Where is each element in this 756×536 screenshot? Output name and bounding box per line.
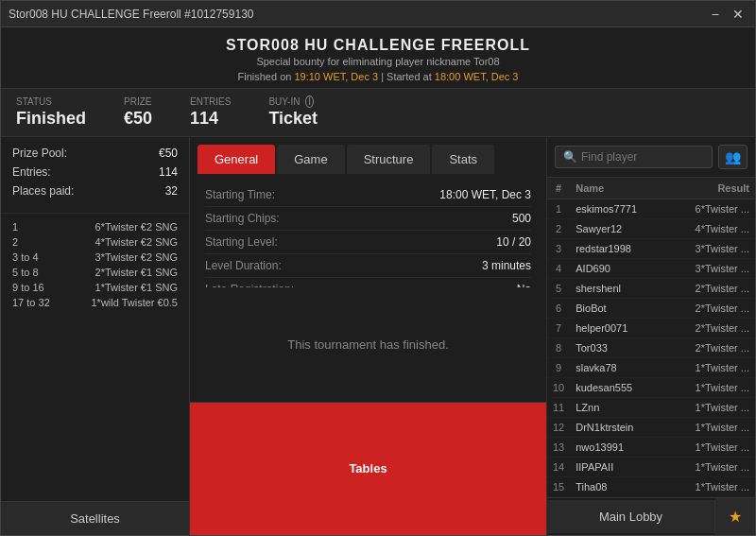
buyin-value: Ticket xyxy=(268,109,318,129)
status-item: Status Finished xyxy=(16,96,86,129)
prize-info: Prize Pool: €50 Entries: 114 Places paid… xyxy=(1,137,189,214)
title-bar: Stor008 HU CHALLENGE Freeroll #101275913… xyxy=(1,1,755,27)
tab-structure[interactable]: Structure xyxy=(347,145,431,174)
col-name: Name xyxy=(570,178,667,199)
table-row[interactable]: 7helper00712*Twister ... xyxy=(547,319,755,338)
finished-time: 19:10 WET, Dec 3 xyxy=(294,71,378,82)
info-row: Starting Chips:500 xyxy=(205,207,531,231)
satellites-button[interactable]: Satellites xyxy=(1,501,189,535)
col-result: Result xyxy=(667,178,755,199)
places-paid-label: Places paid: xyxy=(12,184,74,198)
tab-content: Starting Time:18:00 WET, Dec 3Starting C… xyxy=(190,174,546,287)
tournament-time: Finished on 19:10 WET, Dec 3 | Started a… xyxy=(1,71,755,82)
tabs: General Game Structure Stats xyxy=(190,137,546,174)
tournament-subtitle: Special bounty for eliminating player ni… xyxy=(1,56,755,67)
tables-button[interactable]: Tables xyxy=(190,402,546,535)
tab-stats[interactable]: Stats xyxy=(432,145,494,174)
place-item: 24*Twister €2 SNG xyxy=(12,234,178,250)
search-input[interactable] xyxy=(581,150,704,164)
buyin-info-icon[interactable]: i xyxy=(305,95,314,108)
places-list: 16*Twister €2 SNG24*Twister €2 SNG3 to 4… xyxy=(1,214,189,501)
favorite-button[interactable]: ★ xyxy=(715,498,755,535)
minimize-button[interactable]: − xyxy=(708,7,723,22)
player-table: # Name Result 1eskimos77716*Twister ...2… xyxy=(547,178,755,497)
table-row[interactable]: 3redstar19983*Twister ... xyxy=(547,239,755,259)
place-item: 3 to 43*Twister €2 SNG xyxy=(12,250,178,265)
places-paid-row: Places paid: 32 xyxy=(12,184,178,198)
info-row: Starting Time:18:00 WET, Dec 3 xyxy=(205,183,531,207)
prize-pool-value: €50 xyxy=(159,147,178,160)
table-row[interactable]: 9slavka781*Twister ... xyxy=(547,358,755,378)
buyin-label: Buy-in i xyxy=(268,96,318,107)
close-button[interactable]: ✕ xyxy=(729,7,747,22)
tournament-header: STOR008 HU CHALLENGE FREEROLL Special bo… xyxy=(1,27,755,89)
prize-value: €50 xyxy=(124,109,152,129)
info-row: Starting Level:10 / 20 xyxy=(205,231,531,254)
table-row[interactable]: 4AID6903*Twister ... xyxy=(547,259,755,279)
place-item: 16*Twister €2 SNG xyxy=(12,219,178,234)
table-row[interactable]: 10kudesan5551*Twister ... xyxy=(547,378,755,398)
table-row[interactable]: 11LZnn1*Twister ... xyxy=(547,398,755,418)
tab-general[interactable]: General xyxy=(198,145,275,174)
entries-value: 114 xyxy=(190,109,231,129)
tab-game[interactable]: Game xyxy=(277,145,344,174)
entries-label: Entries xyxy=(190,96,231,107)
table-row[interactable]: 8Tor0332*Twister ... xyxy=(547,338,755,358)
place-item: 5 to 82*Twister €1 SNG xyxy=(12,265,178,280)
finished-label: Finished on xyxy=(238,71,292,82)
main-lobby-button[interactable]: Main Lobby xyxy=(547,500,715,533)
main-window: Stor008 HU CHALLENGE Freeroll #101275913… xyxy=(0,0,756,536)
info-row: Late Registration:No xyxy=(205,278,531,287)
entries-label: Entries: xyxy=(12,165,51,179)
table-row[interactable]: 1eskimos77716*Twister ... xyxy=(547,199,755,219)
started-label: | Started at xyxy=(381,71,432,82)
entries-item: Entries 114 xyxy=(190,96,231,129)
table-row[interactable]: 5shershenl2*Twister ... xyxy=(547,279,755,299)
place-item: 17 to 321*wild Twister €0.5 xyxy=(12,295,178,310)
table-row[interactable]: 2Sawyer124*Twister ... xyxy=(547,219,755,239)
status-bar: Status Finished Prize €50 Entries 114 Bu… xyxy=(1,89,755,137)
finished-message: This tournament has finished. xyxy=(190,287,546,401)
tournament-title: STOR008 HU CHALLENGE FREEROLL xyxy=(1,37,755,54)
left-panel: Prize Pool: €50 Entries: 114 Places paid… xyxy=(1,137,190,535)
status-label: Status xyxy=(16,96,86,107)
col-rank: # xyxy=(547,178,570,199)
general-info: Starting Time:18:00 WET, Dec 3Starting C… xyxy=(190,174,546,287)
entries-count: 114 xyxy=(159,165,178,179)
prize-label: Prize xyxy=(124,96,152,107)
right-panel: 🔍 👥 # Name Result 1eskimos77716*Twister … xyxy=(547,137,755,535)
prize-item: Prize €50 xyxy=(124,96,152,129)
places-paid-value: 32 xyxy=(165,184,178,198)
table-row[interactable]: 13nwo139911*Twister ... xyxy=(547,438,755,458)
search-input-wrap: 🔍 xyxy=(555,146,713,168)
add-player-button[interactable]: 👥 xyxy=(718,145,747,169)
entries-row: Entries: 114 xyxy=(12,165,178,179)
info-row: Level Duration:3 minutes xyxy=(205,254,531,278)
buyin-item: Buy-in i Ticket xyxy=(268,96,318,129)
started-time: 18:00 WET, Dec 3 xyxy=(435,71,519,82)
main-content: Prize Pool: €50 Entries: 114 Places paid… xyxy=(1,137,755,535)
table-row[interactable]: 15Tiha081*Twister ... xyxy=(547,477,755,497)
status-value: Finished xyxy=(16,109,86,129)
bottom-bar: Main Lobby ★ xyxy=(547,497,755,535)
table-row[interactable]: 6BioBot2*Twister ... xyxy=(547,299,755,319)
place-item: 9 to 161*Twister €1 SNG xyxy=(12,280,178,295)
window-title: Stor008 HU CHALLENGE Freeroll #101275913… xyxy=(9,8,253,21)
table-row[interactable]: 14IIPAPAII1*Twister ... xyxy=(547,458,755,477)
search-bar: 🔍 👥 xyxy=(547,137,755,178)
table-row[interactable]: 12DrN1ktrstein1*Twister ... xyxy=(547,418,755,438)
prize-pool-row: Prize Pool: €50 xyxy=(12,147,178,160)
search-icon: 🔍 xyxy=(563,150,577,164)
prize-pool-label: Prize Pool: xyxy=(12,147,67,160)
window-controls: − ✕ xyxy=(708,7,747,22)
center-panel: General Game Structure Stats Starting Ti… xyxy=(190,137,547,535)
